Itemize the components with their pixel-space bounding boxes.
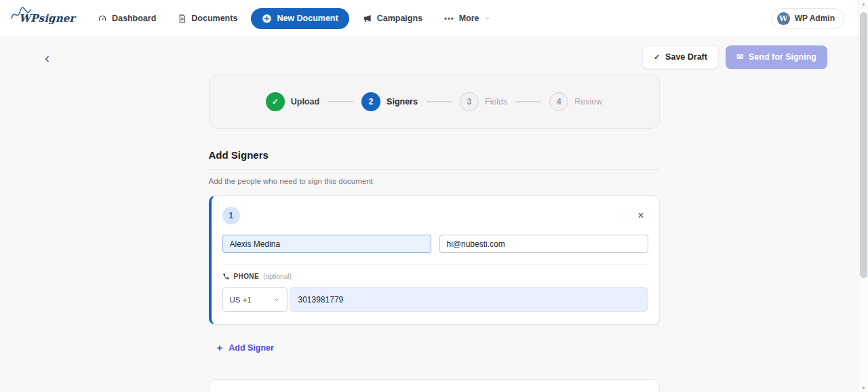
phone-optional-label: (optional) [263, 273, 292, 280]
check-icon: ✓ [654, 53, 660, 62]
step-number: 3 [460, 92, 479, 111]
nav-item-label: New Document [277, 14, 338, 23]
step-number: 4 [549, 92, 568, 111]
nav-item-documents[interactable]: Documents [170, 9, 245, 28]
next-section-card [209, 379, 660, 392]
step-label: Fields [485, 97, 507, 106]
scrollbar-thumb[interactable] [860, 12, 867, 278]
add-signer-label: Add Signer [229, 343, 274, 353]
remove-signer-button[interactable]: × [633, 209, 648, 222]
content-header: ‹ ✓ Save Draft ✉ Send for Signing [0, 37, 868, 69]
more-dots-icon: ••• [444, 14, 454, 22]
nav-item-dashboard[interactable]: Dashboard [90, 9, 164, 28]
wp-admin-button[interactable]: W WP Admin [771, 8, 844, 29]
phone-row: US +1 [222, 287, 648, 312]
step-signers[interactable]: 2 Signers [361, 92, 418, 111]
country-code-value: US +1 [230, 296, 252, 304]
step-complete-check-icon: ✓ [266, 92, 285, 111]
nav-item-more[interactable]: ••• More [436, 9, 498, 28]
signer-phone-input[interactable] [290, 287, 648, 312]
nav-item-label: More [459, 14, 479, 23]
signature-flourish-icon [9, 6, 33, 24]
plus-circle-icon [262, 14, 272, 24]
phone-icon [222, 273, 230, 280]
chevron-down-icon [484, 15, 491, 22]
content-column: ✓ Upload 2 Signers 3 Fields 4 Review [209, 75, 660, 392]
send-for-signing-label: Send for Signing [749, 52, 816, 62]
dashboard-icon [98, 14, 107, 23]
nav-item-label: Campaigns [377, 14, 422, 23]
scroll-up-arrow-icon[interactable]: ▲ [859, 2, 868, 6]
signer-email-input[interactable] [439, 235, 648, 253]
nav-item-new-document[interactable]: New Document [251, 8, 349, 29]
wp-admin-label: WP Admin [795, 14, 835, 23]
signer-index-badge: 1 [222, 207, 240, 224]
megaphone-icon [363, 14, 372, 23]
save-draft-label: Save Draft [665, 52, 707, 62]
country-code-select[interactable]: US +1 [222, 287, 288, 312]
phone-label: PHONE [234, 273, 260, 280]
chevron-down-icon [273, 296, 280, 303]
step-number: 2 [361, 92, 380, 111]
back-button[interactable]: ‹ [39, 49, 55, 66]
step-label: Signers [387, 97, 418, 106]
logo[interactable]: WPsigner [12, 12, 79, 24]
page: WPsigner Dashboard Documents [0, 0, 868, 392]
step-connector [426, 101, 452, 102]
signer-name-input[interactable] [222, 235, 431, 253]
nav-item-label: Documents [191, 14, 237, 23]
phone-label-row: PHONE (optional) [222, 273, 648, 280]
document-icon [178, 14, 186, 23]
step-upload[interactable]: ✓ Upload [266, 92, 319, 111]
step-review[interactable]: 4 Review [549, 92, 602, 111]
wordpress-icon: W [777, 12, 790, 25]
step-label: Upload [291, 97, 319, 106]
header-actions: ✓ Save Draft ✉ Send for Signing [642, 45, 827, 69]
signer-card: 1 × PHONE (optional) US +1 [209, 195, 660, 325]
nav-items: Dashboard Documents New Document Cam [90, 8, 771, 29]
step-connector [328, 101, 353, 102]
stepper: ✓ Upload 2 Signers 3 Fields 4 Review [209, 75, 660, 129]
nav-item-campaigns[interactable]: Campaigns [355, 9, 431, 28]
card-divider [222, 264, 648, 264]
main-content: ‹ ✓ Save Draft ✉ Send for Signing ✓ Uplo… [0, 37, 868, 392]
nav-item-label: Dashboard [112, 14, 156, 23]
top-nav: WPsigner Dashboard Documents [0, 0, 868, 37]
page-title: Add Signers [209, 149, 660, 161]
add-signer-button[interactable]: + Add Signer [217, 342, 274, 353]
section-divider [209, 169, 660, 170]
signer-fields-row [222, 235, 648, 253]
section-subtitle: Add the people who need to sign this doc… [209, 177, 660, 185]
plus-icon: + [217, 342, 223, 353]
save-draft-button[interactable]: ✓ Save Draft [642, 45, 719, 69]
step-label: Review [574, 97, 602, 106]
scrollbar[interactable]: ▲ ▼ [858, 0, 868, 392]
signer-card-header: 1 × [222, 207, 648, 224]
envelope-icon: ✉ [736, 52, 743, 62]
send-for-signing-button[interactable]: ✉ Send for Signing [726, 45, 827, 69]
step-connector [515, 101, 541, 102]
scroll-down-arrow-icon[interactable]: ▼ [859, 386, 868, 390]
step-fields[interactable]: 3 Fields [460, 92, 507, 111]
